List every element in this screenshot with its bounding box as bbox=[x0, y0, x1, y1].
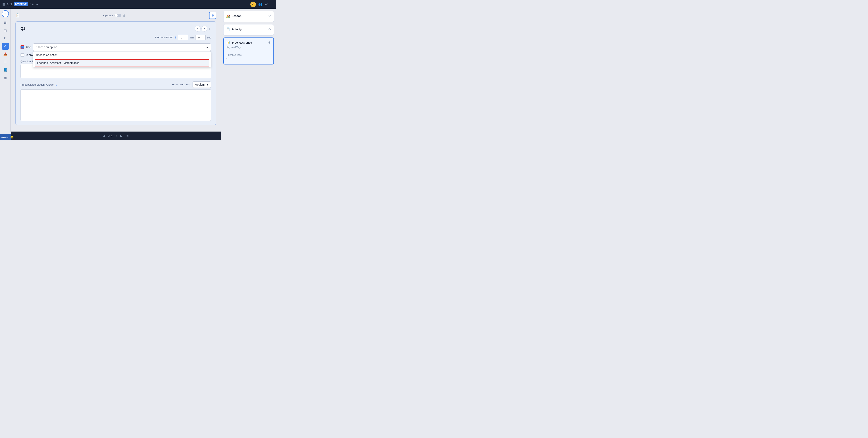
sidebar-upload-icon[interactable]: 📤 bbox=[2, 51, 9, 58]
response-size-chevron: ▼ bbox=[206, 83, 209, 86]
prepop-textarea[interactable] bbox=[21, 89, 211, 121]
prepop-info-icon[interactable]: ℹ bbox=[56, 83, 57, 86]
free-response-settings-icon[interactable]: ⚙ bbox=[268, 41, 271, 44]
activity-settings-icon[interactable]: ⚙ bbox=[268, 27, 271, 31]
dropdown-option-feedback-math[interactable]: Feedback Assistant - Mathematics bbox=[35, 59, 209, 66]
use-row: ✓ Use Choose an option ▲ Choose an optio… bbox=[21, 43, 211, 51]
sidebar-layers-icon[interactable]: ◫ bbox=[2, 27, 9, 34]
sidebar-grid-icon[interactable]: ⊞ bbox=[2, 19, 9, 26]
feedback-dropdown-container: Choose an option ▲ Choose an option Feed… bbox=[33, 43, 211, 51]
keyword-tags-label: Keyword Tags bbox=[226, 46, 271, 49]
question-tags-label: Question Tags bbox=[226, 54, 271, 56]
topnav: ☰ SLS MY DRIVE / A. ✦ 🐱 👥 ✔ ⋮ bbox=[0, 0, 276, 9]
recommended-row: RECOMMENDED ℹ min sec bbox=[21, 35, 211, 40]
response-size-dropdown[interactable]: Medium ▼ bbox=[192, 82, 211, 88]
bottom-bar: ◀ A 1 / 1 ▶ ⏭ bbox=[11, 131, 221, 140]
sidebar-widget-icon[interactable]: ▦ bbox=[2, 74, 9, 81]
left-sidebar: + ⊞ ◫ 🗒 A 📤 ☰ 📘 ▦ Help us improve 😊 bbox=[0, 9, 11, 140]
sec-label: sec bbox=[207, 36, 211, 39]
activity-title: Activity bbox=[232, 28, 242, 31]
feedback-dropdown[interactable]: Choose an option ▲ bbox=[33, 43, 211, 51]
document-icon: 📋 bbox=[16, 13, 20, 18]
content-area: 📋 Optional 🗑 ⚙ Q1 ▲ ▼ 🗑 bbox=[11, 9, 221, 140]
lesson-icon: 🏫 bbox=[226, 14, 230, 18]
chevron-up-button[interactable]: ▲ bbox=[195, 26, 200, 32]
min-input[interactable] bbox=[178, 35, 188, 40]
recommended-label: RECOMMENDED bbox=[155, 36, 174, 39]
sls-logo: SLS bbox=[7, 3, 12, 6]
recommended-info-icon[interactable]: ℹ bbox=[175, 36, 176, 39]
chevron-up-icon: ▲ bbox=[206, 45, 209, 49]
breadcrumb-a[interactable]: A. bbox=[32, 3, 34, 6]
optional-toggle[interactable] bbox=[115, 13, 121, 17]
right-panel: 🏫 Lesson ⚙ 📄 Activity ⚙ 📝 Free-Resp bbox=[221, 9, 276, 140]
check-icon[interactable]: ✔ bbox=[265, 2, 268, 6]
last-page-button[interactable]: ⏭ bbox=[126, 134, 129, 138]
avatar[interactable]: 🐱 bbox=[250, 2, 256, 7]
add-button[interactable]: + bbox=[2, 10, 9, 18]
free-response-icon: 📝 bbox=[226, 41, 230, 44]
question-card: Q1 ▲ ▼ 🗑 RECOMMENDED ℹ min sec bbox=[16, 21, 216, 125]
page-info: A 1 / 1 bbox=[108, 134, 117, 137]
question-number: Q1 bbox=[21, 27, 25, 31]
response-size-value: Medium bbox=[195, 83, 205, 86]
free-response-panel-card: 📝 Free-Response ⚙ Keyword Tags - Questio… bbox=[223, 37, 274, 64]
activity-icon: 📄 bbox=[226, 27, 230, 31]
more-icon[interactable]: ⋮ bbox=[270, 2, 274, 6]
min-label: min bbox=[190, 36, 194, 39]
question-tags-value: - bbox=[226, 57, 271, 60]
activity-panel-card: 📄 Activity ⚙ bbox=[223, 24, 274, 35]
user-icon[interactable]: 👥 bbox=[258, 2, 262, 6]
dropdown-menu: Choose an option Feedback Assistant - Ma… bbox=[33, 51, 211, 67]
question-header: 📋 Optional 🗑 ⚙ bbox=[16, 12, 216, 19]
prepop-row: Prepopulated Student Answer ℹ RESPONSE S… bbox=[21, 82, 211, 88]
sidebar-document-icon[interactable]: 🗒 bbox=[2, 35, 9, 42]
star-icon[interactable]: ✦ bbox=[36, 3, 38, 6]
hamburger-icon[interactable]: ☰ bbox=[2, 3, 5, 6]
allow-checkbox[interactable] bbox=[21, 53, 24, 57]
card-trash-icon[interactable]: 🗑 bbox=[208, 27, 211, 30]
page-sep: / bbox=[114, 134, 115, 137]
breadcrumb-sep: / bbox=[30, 3, 30, 6]
response-size-label: RESPONSE SIZE bbox=[172, 84, 191, 86]
lesson-title: Lesson bbox=[232, 14, 242, 18]
page-total: 1 bbox=[116, 134, 117, 137]
sec-input[interactable] bbox=[195, 35, 206, 40]
main-layout: + ⊞ ◫ 🗒 A 📤 ☰ 📘 ▦ Help us improve 😊 📋 Op… bbox=[0, 9, 276, 140]
optional-label: Optional bbox=[103, 14, 113, 17]
help-improve-bar[interactable]: Help us improve 😊 bbox=[0, 134, 11, 140]
chevron-down-button[interactable]: ▼ bbox=[202, 26, 207, 32]
free-response-title: Free-Response bbox=[232, 41, 252, 44]
sidebar-book-icon[interactable]: 📘 bbox=[2, 66, 9, 73]
use-checkbox[interactable]: ✓ bbox=[21, 45, 24, 49]
help-improve-label: Help us improve bbox=[0, 136, 9, 138]
trash-icon[interactable]: 🗑 bbox=[123, 14, 126, 17]
my-drive-button[interactable]: MY DRIVE bbox=[13, 2, 28, 6]
settings-button[interactable]: ⚙ bbox=[209, 12, 216, 19]
keyword-tags-value: - bbox=[226, 49, 271, 52]
dropdown-selected-value: Choose an option bbox=[35, 45, 57, 49]
lesson-settings-icon[interactable]: ⚙ bbox=[268, 14, 271, 18]
page-letter: A bbox=[108, 134, 110, 137]
page-current: 1 bbox=[111, 134, 113, 137]
sidebar-list-icon[interactable]: ☰ bbox=[2, 58, 9, 65]
prev-page-button[interactable]: ◀ bbox=[103, 134, 105, 138]
next-page-button[interactable]: ▶ bbox=[120, 134, 123, 138]
use-label: Use bbox=[26, 45, 31, 49]
question-card-header: Q1 ▲ ▼ 🗑 bbox=[21, 26, 211, 32]
lesson-panel-card: 🏫 Lesson ⚙ bbox=[223, 11, 274, 22]
smiley-icon: 😊 bbox=[10, 135, 13, 138]
sidebar-text-icon[interactable]: A bbox=[2, 42, 9, 50]
prepop-label-text: Prepopulated Student Answer bbox=[21, 83, 55, 86]
dropdown-option-choose[interactable]: Choose an option bbox=[33, 52, 211, 59]
content-scroll: 📋 Optional 🗑 ⚙ Q1 ▲ ▼ 🗑 bbox=[11, 9, 221, 131]
